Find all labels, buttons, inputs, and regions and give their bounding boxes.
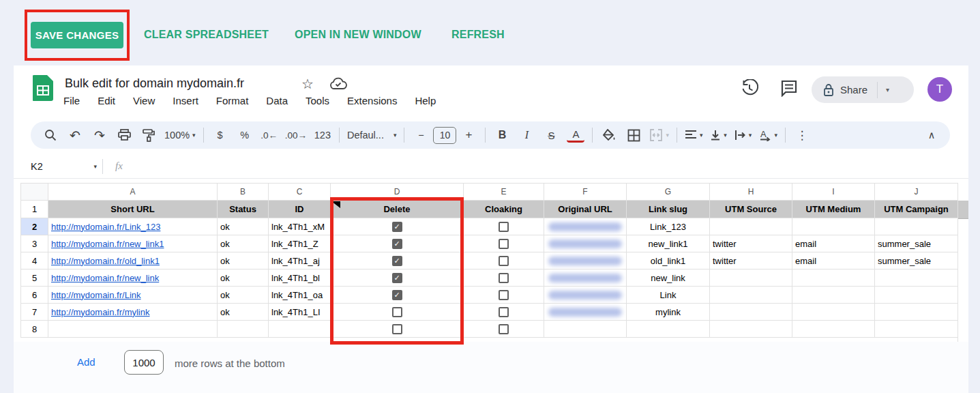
- short-url-link[interactable]: http://mydomain.fr/new_link: [51, 273, 159, 283]
- menu-extensions[interactable]: Extensions: [347, 95, 397, 106]
- short-url-link[interactable]: http://mydomain.fr/mylink: [51, 307, 150, 317]
- id-cell[interactable]: lnk_4Th1_aj: [269, 252, 331, 270]
- header-short-url[interactable]: Short URL: [48, 201, 218, 218]
- hide-toolbar-icon[interactable]: ∧: [923, 126, 940, 144]
- status-cell[interactable]: ok: [218, 252, 269, 270]
- row-number[interactable]: 4: [21, 252, 48, 270]
- borders-icon[interactable]: [625, 126, 642, 144]
- original-url-cell[interactable]: [544, 304, 627, 321]
- id-cell[interactable]: lnk_4Th1_Z: [269, 235, 331, 252]
- header-id[interactable]: ID: [269, 201, 331, 218]
- status-cell[interactable]: [218, 321, 269, 338]
- link-slug-cell[interactable]: Link_123: [627, 218, 710, 235]
- utm-campaign-cell[interactable]: summer_sale: [875, 235, 958, 252]
- cloaking-checkbox[interactable]: [499, 307, 509, 317]
- col-header-i[interactable]: I: [792, 184, 875, 201]
- col-header-b[interactable]: B: [218, 184, 269, 201]
- number-format-icon[interactable]: 123: [314, 126, 331, 144]
- header-utm-source[interactable]: UTM Source: [710, 201, 792, 218]
- utm-medium-cell[interactable]: email: [792, 235, 875, 252]
- utm-medium-cell[interactable]: email: [792, 252, 875, 270]
- refresh-link[interactable]: REFRESH: [451, 29, 505, 41]
- header-link-slug[interactable]: Link slug: [627, 201, 710, 218]
- strikethrough-icon[interactable]: S: [542, 126, 560, 144]
- menu-format[interactable]: Format: [216, 95, 249, 106]
- short-url-link[interactable]: http://mydomain.fr/Link_123: [51, 222, 160, 232]
- increase-font-size-button[interactable]: +: [460, 126, 477, 144]
- cloaking-checkbox[interactable]: [499, 256, 509, 266]
- decrease-decimal-icon[interactable]: .0←: [261, 126, 278, 144]
- utm-campaign-cell[interactable]: summer_sale: [875, 252, 958, 270]
- row-number[interactable]: 5: [21, 270, 48, 287]
- cloaking-checkbox[interactable]: [499, 290, 509, 300]
- comment-icon[interactable]: [780, 79, 798, 97]
- select-all-corner[interactable]: [21, 184, 48, 201]
- col-header-f[interactable]: F: [544, 184, 627, 201]
- utm-campaign-cell[interactable]: [875, 270, 958, 287]
- row-number[interactable]: 7: [21, 304, 48, 321]
- short-url-link[interactable]: http://mydomain.fr/new_link1: [51, 239, 164, 249]
- utm-source-cell[interactable]: [710, 321, 792, 338]
- status-cell[interactable]: ok: [218, 270, 269, 287]
- link-slug-cell[interactable]: [627, 321, 710, 338]
- version-history-icon[interactable]: [741, 79, 758, 97]
- header-status[interactable]: Status: [218, 201, 269, 218]
- document-title[interactable]: Bulk edit for domain mydomain.fr: [65, 76, 244, 91]
- increase-decimal-icon[interactable]: .00→: [285, 126, 307, 144]
- redo-icon[interactable]: ↷: [91, 126, 108, 144]
- utm-source-cell[interactable]: [710, 304, 792, 321]
- cloaking-checkbox[interactable]: [499, 273, 509, 283]
- print-icon[interactable]: [115, 126, 133, 144]
- utm-medium-cell[interactable]: [792, 321, 875, 338]
- utm-medium-cell[interactable]: [792, 218, 875, 235]
- link-slug-cell[interactable]: Link: [627, 287, 710, 304]
- menu-file[interactable]: File: [63, 95, 80, 106]
- header-utm-medium[interactable]: UTM Medium: [792, 201, 875, 218]
- menu-help[interactable]: Help: [415, 95, 436, 106]
- utm-medium-cell[interactable]: [792, 287, 875, 304]
- id-cell[interactable]: lnk_4Th1_oa: [269, 287, 331, 304]
- star-icon[interactable]: ☆: [300, 76, 315, 91]
- cloaking-checkbox[interactable]: [499, 239, 509, 249]
- cloud-status-icon[interactable]: [329, 77, 347, 91]
- cloaking-checkbox[interactable]: [499, 324, 509, 334]
- utm-campaign-cell[interactable]: [875, 218, 958, 235]
- id-cell[interactable]: lnk_4Th1_LI: [269, 304, 331, 321]
- col-header-e[interactable]: E: [464, 184, 544, 201]
- zoom-select[interactable]: 100% ▾: [164, 126, 196, 144]
- clear-spreadsheet-link[interactable]: CLEAR SPREADSHEET: [144, 29, 269, 41]
- vertical-align-icon[interactable]: ▾: [710, 126, 728, 144]
- bold-icon[interactable]: B: [493, 126, 511, 144]
- status-cell[interactable]: ok: [218, 304, 269, 321]
- share-dropdown-caret[interactable]: ▾: [886, 86, 889, 93]
- currency-format-icon[interactable]: $: [211, 126, 229, 144]
- row-number[interactable]: 3: [21, 235, 48, 252]
- avatar[interactable]: T: [927, 77, 952, 102]
- short-url-cell[interactable]: [48, 321, 218, 338]
- row-number[interactable]: 8: [21, 321, 48, 338]
- paint-format-icon[interactable]: [140, 126, 158, 144]
- menu-insert[interactable]: Insert: [173, 95, 198, 106]
- utm-source-cell[interactable]: twitter: [710, 252, 792, 270]
- add-rows-button[interactable]: Add: [77, 356, 95, 368]
- col-header-c[interactable]: C: [269, 184, 331, 201]
- menu-tools[interactable]: Tools: [306, 95, 329, 106]
- original-url-cell[interactable]: [544, 252, 627, 270]
- text-wrap-icon[interactable]: ▾: [734, 126, 752, 144]
- percent-format-icon[interactable]: %: [236, 126, 254, 144]
- open-new-window-link[interactable]: OPEN IN NEW WINDOW: [295, 29, 421, 41]
- col-header-g[interactable]: G: [627, 184, 710, 201]
- col-header-a[interactable]: A: [48, 184, 218, 201]
- utm-campaign-cell[interactable]: [875, 321, 958, 338]
- utm-medium-cell[interactable]: [792, 304, 875, 321]
- font-size-input[interactable]: 10: [433, 127, 456, 144]
- text-rotation-icon[interactable]: A ▾: [759, 126, 778, 144]
- cloaking-checkbox[interactable]: [499, 222, 509, 232]
- utm-source-cell[interactable]: [710, 218, 792, 235]
- utm-source-cell[interactable]: twitter: [710, 235, 792, 252]
- original-url-cell[interactable]: [544, 321, 627, 338]
- row-number[interactable]: 1: [21, 201, 48, 218]
- id-cell[interactable]: [269, 321, 331, 338]
- original-url-cell[interactable]: [544, 270, 627, 287]
- decrease-font-size-button[interactable]: −: [412, 126, 430, 144]
